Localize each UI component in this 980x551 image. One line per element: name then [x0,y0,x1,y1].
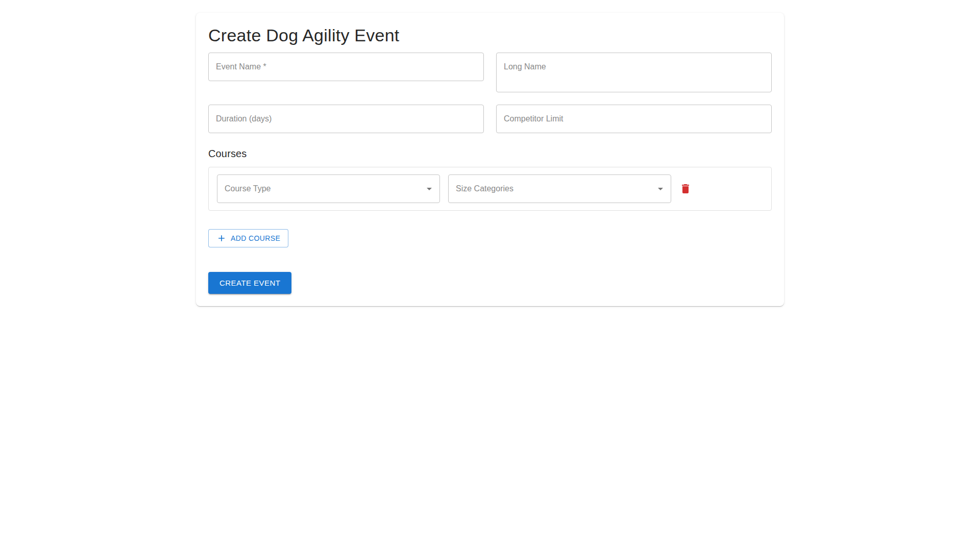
add-course-button[interactable]: ADD COURSE [208,229,288,247]
add-course-button-label: ADD COURSE [231,234,280,242]
long-name-input[interactable] [496,53,772,92]
size-categories-select[interactable]: Size Categories [448,174,671,203]
course-type-select-placeholder: Course Type [225,184,271,193]
event-fields-grid [208,53,772,133]
competitor-limit-input[interactable] [496,105,772,133]
submit-row: CREATE EVENT [208,247,772,294]
arrow-drop-down-icon [654,183,667,195]
page-title: Create Dog Agility Event [208,25,772,46]
trash-icon [679,183,692,195]
delete-course-button[interactable] [675,179,696,199]
event-name-input[interactable] [208,53,484,81]
course-type-select[interactable]: Course Type [217,174,440,203]
course-row: Course Type Size Categories [208,167,772,211]
page-background: Create Dog Agility Event Courses Course … [0,0,980,551]
create-event-card: Create Dog Agility Event Courses Course … [196,13,784,306]
arrow-drop-down-icon [423,183,435,195]
create-event-button[interactable]: CREATE EVENT [208,272,291,294]
plus-icon [216,233,227,243]
duration-days-input[interactable] [208,105,484,133]
size-categories-select-placeholder: Size Categories [456,184,513,193]
courses-heading: Courses [208,145,772,162]
